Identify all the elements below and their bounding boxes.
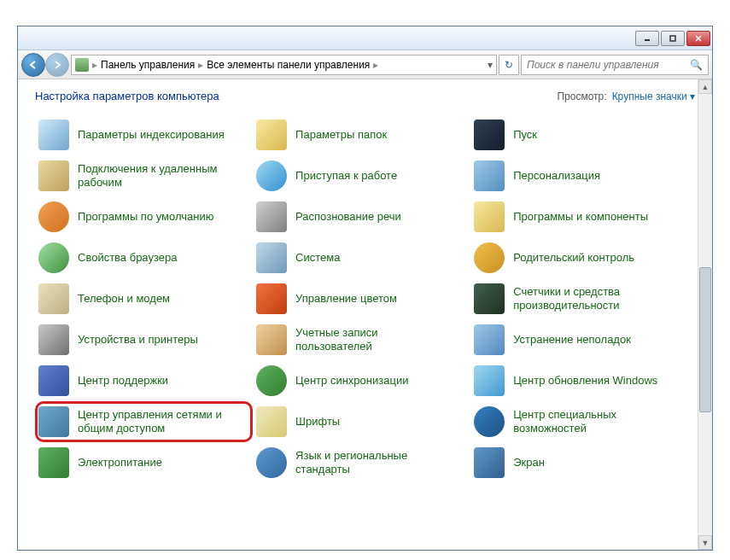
network-icon (38, 406, 69, 437)
control-panel-item[interactable]: Центр синхронизации (253, 360, 470, 401)
scroll-down-button[interactable]: ▼ (698, 535, 712, 550)
chevron-right-icon: ▸ (196, 59, 205, 71)
sync-icon (256, 365, 287, 396)
control-panel-item[interactable]: Устранение неполадок (470, 319, 688, 360)
control-panel-window: ▸ Панель управления ▸ Все элементы панел… (17, 26, 713, 551)
control-panel-item[interactable]: Распознование речи (253, 196, 470, 237)
close-button[interactable] (686, 31, 710, 46)
control-panel-item[interactable]: Управление цветом (253, 278, 470, 319)
item-label: Центр поддержки (78, 374, 168, 388)
control-panel-item[interactable]: Телефон и модем (35, 278, 253, 319)
control-panel-item[interactable]: Экран (470, 442, 688, 483)
search-input[interactable] (527, 59, 690, 71)
item-label: Телефон и модем (78, 292, 170, 306)
scroll-thumb[interactable] (699, 267, 711, 412)
control-panel-item[interactable]: Подключения к удаленным рабочим (35, 155, 253, 196)
item-label: Устранение неполадок (513, 333, 631, 347)
phone-icon (38, 283, 69, 314)
rdp-icon (38, 160, 69, 191)
breadcrumb-item[interactable]: Панель управления (101, 59, 195, 71)
mic-icon (256, 201, 287, 232)
flag-icon (38, 365, 69, 396)
folder-icon (256, 120, 287, 150)
item-label: Распознование речи (295, 210, 401, 224)
breadcrumb-dropdown-icon[interactable]: ▾ (488, 59, 493, 71)
screen-icon (474, 447, 505, 478)
item-label: Устройства и принтеры (78, 333, 198, 347)
folder-icon (474, 201, 505, 232)
item-label: Экран (513, 456, 545, 470)
item-label: Система (295, 251, 340, 265)
search-icon[interactable]: 🔍 (690, 59, 703, 71)
control-panel-item[interactable]: Пуск (470, 114, 688, 155)
printer-icon (38, 324, 69, 355)
control-panel-item[interactable]: Центр управления сетями и общим доступом (35, 401, 253, 442)
access-icon (474, 406, 505, 437)
control-panel-item[interactable]: Язык и региональные стандарты (253, 442, 470, 483)
control-panel-item[interactable]: Шрифты (253, 401, 470, 442)
back-button[interactable] (21, 53, 45, 77)
control-panel-item[interactable]: Центр поддержки (35, 360, 253, 401)
item-label: Программы по умолчанию (78, 210, 213, 224)
perf-icon (474, 283, 505, 314)
main-panel: Настройка параметров компьютера Просмотр… (18, 79, 712, 550)
monitor-icon (474, 160, 505, 191)
item-label: Учетные записи пользователей (295, 326, 449, 354)
scrollbar[interactable]: ▲ ▼ (698, 79, 712, 550)
control-panel-item[interactable]: Электропитание (35, 442, 253, 483)
control-panel-item[interactable]: Персонализация (470, 155, 688, 196)
control-panel-item[interactable]: Приступая к работе (253, 155, 470, 196)
control-panel-item[interactable]: Устройства и принтеры (35, 319, 253, 360)
view-dropdown[interactable]: Крупные значки ▾ (612, 90, 695, 102)
color-icon (256, 283, 287, 314)
control-panel-item[interactable]: Программы и компоненты (470, 196, 688, 237)
control-panel-item[interactable]: Счетчики и средства производительности (470, 278, 688, 319)
control-panel-item[interactable]: Свойства браузера (35, 237, 253, 278)
control-panel-item[interactable]: Учетные записи пользователей (253, 319, 470, 360)
control-panel-icon (75, 58, 89, 72)
control-panel-item[interactable]: Родительский контроль (470, 237, 688, 278)
nav-buttons (21, 53, 69, 77)
control-panel-item[interactable]: Система (253, 237, 470, 278)
view-label: Просмотр: (557, 90, 606, 102)
item-label: Родительский контроль (513, 251, 634, 265)
control-panel-item[interactable]: Центр специальных возможностей (470, 401, 688, 442)
item-label: Свойства браузера (78, 251, 177, 265)
item-label: Центр специальных возможностей (513, 408, 667, 436)
system-icon (256, 242, 287, 273)
minimize-button[interactable] (635, 31, 659, 46)
item-label: Подключения к удаленным рабочим (78, 162, 231, 190)
refresh-button[interactable]: ↻ (499, 55, 519, 75)
control-panel-item[interactable]: Программы по умолчанию (35, 196, 253, 237)
breadcrumb[interactable]: ▸ Панель управления ▸ Все элементы панел… (71, 55, 497, 75)
item-label: Параметры папок (295, 128, 387, 142)
lang-icon (256, 447, 287, 478)
control-panel-item[interactable]: Параметры индексирования (35, 114, 253, 155)
chevron-right-icon: ▸ (91, 59, 99, 71)
item-label: Управление цветом (295, 292, 397, 306)
content-area: Настройка параметров компьютера Просмотр… (18, 79, 712, 550)
svg-rect-1 (670, 36, 675, 41)
parent-icon (474, 242, 505, 273)
item-label: Пуск (513, 128, 537, 142)
default-icon (38, 201, 69, 232)
control-panel-item[interactable]: Параметры папок (253, 114, 470, 155)
item-label: Электропитание (78, 456, 162, 470)
forward-button[interactable] (45, 53, 69, 77)
search-box[interactable]: 🔍 (521, 55, 709, 75)
item-label: Язык и региональные стандарты (295, 449, 449, 477)
update-icon (474, 365, 505, 396)
search-icon (38, 120, 69, 150)
breadcrumb-item[interactable]: Все элементы панели управления (207, 59, 370, 71)
item-label: Программы и компоненты (513, 210, 648, 224)
maximize-button[interactable] (661, 31, 685, 46)
item-label: Персонализация (513, 169, 600, 183)
navbar: ▸ Панель управления ▸ Все элементы панел… (18, 50, 712, 79)
control-panel-item[interactable]: Центр обновления Windows (470, 360, 688, 401)
heading-row: Настройка параметров компьютера Просмотр… (35, 90, 695, 102)
titlebar (18, 26, 712, 50)
item-label: Параметры индексирования (78, 128, 225, 142)
power-icon (38, 447, 69, 478)
scroll-up-button[interactable]: ▲ (698, 79, 712, 94)
page-title: Настройка параметров компьютера (35, 90, 219, 102)
